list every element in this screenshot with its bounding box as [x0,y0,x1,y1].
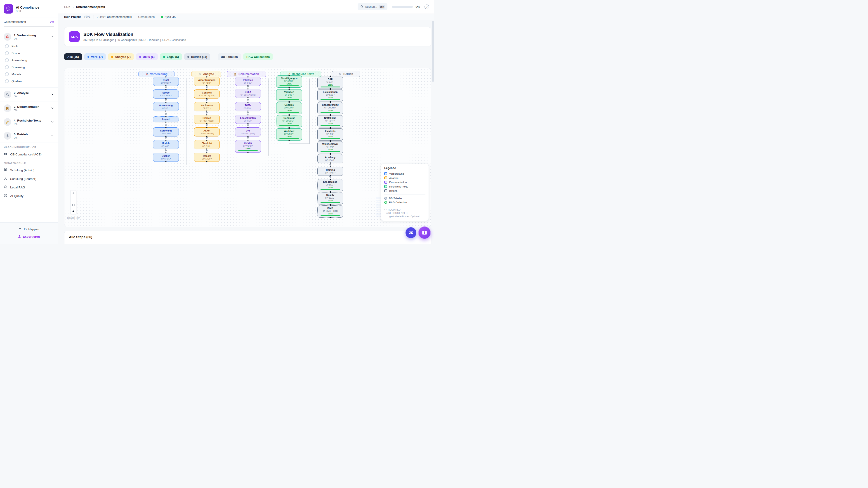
reactflow-fit-button[interactable] [70,202,76,208]
node-code: CP-DOCGEN ~ [282,120,296,122]
flow-node-notfallplan[interactable]: NotfallplanCP-NOTF *100% [317,115,343,127]
flow-node-eskalationen[interactable]: EskalationenCP-ESC *100% [317,89,343,101]
reactflow-minus-button[interactable] [70,196,76,202]
target-icon [4,33,11,41]
sidebar-section-header-2[interactable]: 2. Analyse 0% [0,89,58,100]
sidebar-section-header-1[interactable]: 1. Vorbereitung 0% [0,31,58,42]
node-title: Import [162,118,170,121]
sidebar-item-profil[interactable]: Profil [0,43,58,50]
node-title: Checklist [202,142,212,145]
filter-chip-doku-6-[interactable]: Doku (6) [136,53,158,60]
flow-node-dsr[interactable]: DSRCP-DSR *100% [317,76,343,89]
sidebar-nav: 1. Vorbereitung 0% Profil Scope Anwendun… [0,30,58,222]
flow-node-dsfa[interactable]: DSFACP-DSFA * [DSB] [235,89,261,98]
search-input[interactable]: Suchen... ⌘K [358,3,388,10]
flow-node-anforderungen[interactable]: AnforderungenCP-REQ * [194,77,220,86]
sidebar-section-header-5[interactable]: 5. Betrieb 0% [0,130,58,141]
flow-node-toms[interactable]: TOMsCP-TOM * [235,102,261,111]
scrollbar[interactable] [432,21,434,244]
filter-chip-vorb-7-[interactable]: Vorb. (7) [84,53,106,60]
flow-node-quality[interactable]: QualityCP-QUAL ~100% [317,192,343,204]
flow-node-import[interactable]: Import [153,116,179,122]
node-title: Vendor [244,142,252,144]
flow-node-whistleblower[interactable]: WhistleblowerCP-WB *100% [317,141,343,153]
package-header-prep[interactable]: Vorbereitung [138,71,175,77]
sidebar-item-module[interactable]: Module [0,71,58,78]
sidebar-section-header-3[interactable]: 3. Dokumentation 0% [0,103,58,113]
sidebar-link-schulung-admin-[interactable]: Schulung (Admin) [0,166,58,174]
node-title: Training [326,168,335,171]
reactflow-plus-button[interactable] [70,191,76,196]
sidebar-link-schulung-learner-[interactable]: Schulung (Learner) [0,174,58,183]
node-title: Risiken [203,117,211,120]
statusbar: Kein Projekt V001 Zuletzt: Unternehmensp… [58,13,434,20]
flow-node-profil[interactable]: ProfilCP-PROF * [153,77,179,86]
board-view-fab-button[interactable] [418,226,431,239]
filter-chip-alle-36-[interactable]: Alle (36) [64,53,82,60]
flow-node-report[interactable]: ReportCP-AREP * [194,153,220,162]
filter-chip-analyse-7-[interactable]: Analyse (7) [108,53,133,60]
flow-node-loeschfristen[interactable]: LoeschfristenCP-RET * [235,115,261,124]
flow-canvas[interactable]: Legende VorbereitungAnalyseDokumentation… [64,68,431,227]
section-progress: 0% [14,37,49,40]
flow-node-workflow[interactable]: WorkflowCP-WRKF *100% [276,128,302,140]
flow-node-scope[interactable]: ScopeCP-SCOPE * [153,90,179,98]
project-status: Kein Projekt [64,15,81,19]
flow-node-vendor[interactable]: VendorCP-VEND *100% [235,140,261,153]
flow-node-module[interactable]: ModuleCP-MOD * [153,140,179,149]
flow-node-ai-act[interactable]: AI ActCP-AI * [LEGAL] [194,127,220,136]
chat-fab-button[interactable] [405,227,416,238]
step-status-circle [5,72,9,76]
flow-node-cookies[interactable]: CookiesCP-COOK *100% [276,102,302,114]
app-brand: AI Compliance SDK [0,0,58,17]
reactflow-lock-button[interactable] [70,208,76,214]
sidebar-section: 4. Rechtliche Texte 0% [0,115,58,129]
filter-chip-rag-collections[interactable]: RAG-Collections [243,53,273,60]
flow-node-sec-backlog[interactable]: Sec-BacklogCP-SEC ~100% [317,179,343,191]
sidebar-section: 3. Dokumentation 0% [0,101,58,115]
filter-chip-legal-5-[interactable]: Legal (5) [160,53,182,60]
node-code: CP-QUAL ~ [325,197,336,199]
sidebar-item-screening[interactable]: Screening [0,64,58,71]
flow-node-isms[interactable]: ISMSCP-ISMS ~ [DSB]100% [317,205,343,218]
package-header-analyse[interactable]: Analyse [191,71,221,77]
flow-node-training[interactable]: TrainingCP-TRAIN * [317,167,343,176]
collapse-sidebar-button[interactable]: Einklappen [0,225,58,233]
flow-node-vorlagen[interactable]: VorlagenCP-DOC *100% [276,89,302,101]
filter-chip-db-tabellen[interactable]: DB-Tabellen [218,53,241,60]
flow-node-incidents[interactable]: IncidentsCP-INC *100% [317,128,343,140]
sidebar-item-quellen[interactable]: Quellen [0,78,58,85]
node-title: Cookies [285,103,294,106]
flow-node-quellen[interactable]: QuellenCP-SPOL * [153,153,179,162]
node-code: CP-WB * [327,146,334,148]
flow-node-consent-mgmt[interactable]: Consent MgmtCP-CMGMT *100% [317,102,343,114]
flow-node-checklist[interactable]: ChecklistCP-CHK ~ [194,140,220,149]
filter-chip-betrieb-11-[interactable]: Betrieb (11) [184,53,210,60]
flow-node-nachweise[interactable]: NachweiseCP-EVI ~ [194,102,220,111]
flow-node-academy[interactable]: AcademyCP-ACAD * [317,154,343,163]
sidebar-item-anwendung[interactable]: Anwendung [0,57,58,64]
flow-node-controls[interactable]: ControlsCP-CTRL * [DSB] [194,90,220,98]
node-code: CP-SCOPE * [160,94,172,97]
flow-node-screening[interactable]: ScreeningCP-SCAN * [153,127,179,136]
flow-node-risiken[interactable]: RisikenCP-RISK * [DSB] [194,115,220,124]
breadcrumb-root[interactable]: SDK [64,5,70,8]
node-progress-bar [279,99,299,100]
package-header-betrieb[interactable]: Betrieb [332,71,360,77]
flow-node-anwendung[interactable]: AnwendungCP-UC * [153,102,179,111]
flow-node-generator[interactable]: GeneratorCP-DOCGEN ~100% [276,115,302,127]
sidebar-item-scope[interactable]: Scope [0,50,58,57]
export-button[interactable]: Exportieren [0,233,58,240]
sidebar-link-ce-compliance-iace-[interactable]: CE-Compliance (IACE) [0,150,58,159]
flow-node-einwilligungen[interactable]: EinwilligungenCP-CONS *100% [276,75,302,88]
help-icon[interactable]: ? [425,4,429,9]
flow-node-pflichten[interactable]: PflichtenCP-OBL * [235,77,261,86]
flow-node-vvt[interactable]: VVTCP-VVT * [DSB] [235,127,261,136]
scrollbar-thumb[interactable] [432,21,434,82]
sidebar-section-header-4[interactable]: 4. Rechtliche Texte 0% [0,117,58,127]
sidebar-link-ai-quality[interactable]: AI Quality [0,192,58,200]
node-title: AI Act [204,129,210,132]
package-header-doku[interactable]: Dokumentation [227,71,266,77]
sidebar-link-legal-rag[interactable]: Legal RAG [0,183,58,192]
node-title: Eskalationen [323,91,338,94]
